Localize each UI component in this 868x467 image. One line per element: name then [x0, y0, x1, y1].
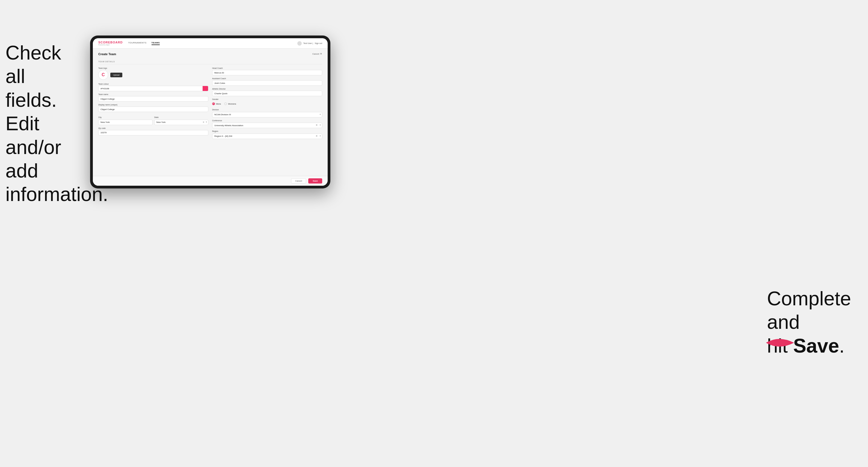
display-name-field: Display name (unique) — [98, 104, 208, 112]
head-coach-label: Head Coach — [212, 67, 322, 69]
display-name-input[interactable] — [98, 106, 208, 112]
division-select[interactable]: NCAA Division III — [212, 112, 322, 118]
division-label: Division — [212, 109, 322, 111]
zip-field: Zip code — [98, 127, 208, 135]
zip-label: Zip code — [98, 127, 208, 129]
user-label: Test User | — [303, 42, 313, 44]
region-field: Region Region II - (M) DIII ✕ ▾ — [212, 130, 322, 139]
team-colour-input[interactable] — [99, 86, 203, 91]
form-right-col: Head Coach Assistant Coach Athletic Dire… — [212, 67, 322, 139]
nav-teams[interactable]: TEAMS — [152, 41, 160, 45]
city-input[interactable] — [98, 120, 153, 125]
cancel-button[interactable]: Cancel — [291, 178, 306, 184]
nav-links: TOURNAMENTS TEAMS — [128, 41, 297, 45]
team-logo-field: Team logo C Upload — [98, 67, 208, 81]
team-colour-field: Team colour — [98, 83, 208, 91]
right-arrow-icon — [762, 333, 797, 352]
athletic-director-input[interactable] — [212, 91, 322, 96]
form-left-col: Team logo C Upload Team colour — [98, 67, 208, 139]
city-state-row: City State New York ✕ ▾ — [98, 114, 208, 125]
logo-area: SCOREBOARD Powered by clippd — [98, 41, 123, 45]
state-clear-icon[interactable]: ✕ — [203, 121, 205, 123]
assistant-coach-input[interactable] — [212, 80, 322, 86]
zip-input[interactable] — [98, 130, 208, 135]
close-icon: ✕ — [320, 53, 322, 55]
conference-field: Conference University Athletic Associati… — [212, 120, 322, 128]
gender-label: Gender — [212, 98, 322, 100]
assistant-coach-label: Assistant Coach — [212, 77, 322, 80]
avatar — [297, 41, 302, 45]
logo-text: SCOREBOARD — [98, 41, 123, 44]
upload-button[interactable]: Upload — [110, 73, 122, 77]
region-label: Region — [212, 130, 322, 132]
state-group: State New York ✕ ▾ — [154, 114, 209, 125]
division-select-wrap: NCAA Division III ▾ — [212, 112, 322, 118]
logo-upload-area: C Upload — [98, 70, 208, 80]
team-name-label: Team name — [98, 93, 208, 95]
gender-field: Gender Mens Womens — [212, 98, 322, 106]
tablet-frame: SCOREBOARD Powered by clippd TOURNAMENTS… — [90, 35, 330, 188]
athletic-director-label: Athletic Director — [212, 88, 322, 90]
division-field: Division NCAA Division III ▾ — [212, 109, 322, 118]
modal-footer: Cancel Save — [93, 176, 328, 186]
city-state-field: City State New York ✕ ▾ — [98, 114, 208, 125]
region-select-wrap: Region II - (M) DIII ✕ ▾ — [212, 133, 322, 139]
team-name-field: Team name — [98, 93, 208, 102]
team-logo-label: Team logo — [98, 67, 208, 69]
head-coach-field: Head Coach — [212, 67, 322, 75]
form-grid: Team logo C Upload Team colour — [98, 67, 322, 139]
tablet-screen: SCOREBOARD Powered by clippd TOURNAMENTS… — [93, 38, 328, 186]
region-select[interactable]: Region II - (M) DIII — [212, 133, 322, 139]
gender-mens-radio[interactable] — [212, 102, 215, 105]
gender-mens-option[interactable]: Mens — [212, 102, 221, 105]
navbar: SCOREBOARD Powered by clippd TOURNAMENTS… — [93, 38, 328, 49]
head-coach-input[interactable] — [212, 70, 322, 75]
athletic-director-field: Athletic Director — [212, 88, 322, 96]
city-label: City — [98, 116, 101, 118]
assistant-coach-field: Assistant Coach — [212, 77, 322, 86]
conference-label: Conference — [212, 120, 322, 122]
save-button[interactable]: Save — [308, 178, 322, 184]
sign-out-link[interactable]: Sign out — [314, 42, 322, 44]
city-group: City — [98, 114, 153, 125]
logo-sub: Powered by clippd — [98, 44, 123, 45]
conference-select-wrap: University Athletic Association ✕ ▾ — [212, 122, 322, 128]
page-title: Create Team — [98, 53, 116, 56]
display-name-label: Display name (unique) — [98, 104, 208, 106]
team-colour-label: Team colour — [98, 83, 208, 85]
cancel-top-button[interactable]: Cancel ✕ — [312, 53, 322, 55]
color-input-wrap[interactable] — [98, 86, 208, 91]
state-select[interactable]: New York — [154, 120, 209, 125]
state-label: State — [154, 116, 159, 118]
region-clear-icon[interactable]: ✕ — [316, 135, 318, 137]
annotation-left: Check all fields. Edit and/or add inform… — [5, 41, 82, 206]
color-swatch — [203, 86, 208, 91]
content-area: Create Team Cancel ✕ TEAM DETAILS Team l… — [93, 49, 328, 176]
conference-clear-icon[interactable]: ✕ — [316, 124, 318, 126]
team-name-input[interactable] — [98, 96, 208, 102]
section-header: TEAM DETAILS — [98, 61, 322, 64]
logo-circle: C — [98, 70, 108, 80]
state-select-wrap: New York ✕ ▾ — [154, 119, 209, 125]
nav-right: Test User | Sign out — [297, 41, 322, 45]
nav-tournaments[interactable]: TOURNAMENTS — [128, 41, 146, 45]
gender-radio-group: Mens Womens — [212, 101, 322, 106]
page-header-row: Create Team Cancel ✕ — [98, 53, 322, 58]
gender-womens-option[interactable]: Womens — [224, 102, 236, 105]
conference-select[interactable]: University Athletic Association — [212, 123, 322, 128]
gender-womens-radio[interactable] — [224, 102, 227, 105]
